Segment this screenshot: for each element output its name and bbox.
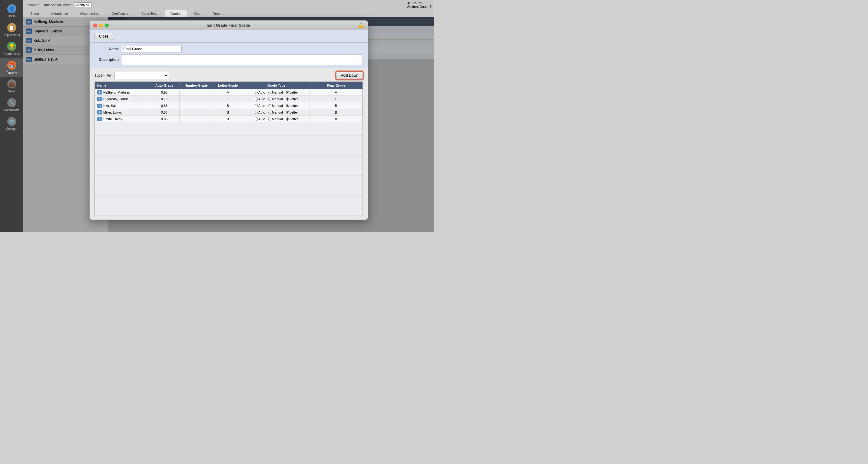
modal-action-row: Close — [90, 30, 368, 43]
cell-name: A Smith, Haley — [95, 116, 149, 122]
radio-letter[interactable]: Letter — [286, 97, 298, 101]
radio-auto[interactable]: Auto — [255, 117, 265, 121]
radio-manual[interactable]: Manual — [268, 104, 283, 107]
empty-row — [95, 149, 363, 156]
modal-close-button[interactable] — [93, 23, 97, 27]
tab-chat[interactable]: Chat — [188, 10, 206, 17]
lock-icon: 🔒 — [358, 23, 364, 28]
radio-dot-manual[interactable] — [268, 111, 271, 114]
tab-setup[interactable]: Setup — [25, 10, 45, 17]
radio-dot-auto[interactable] — [255, 118, 258, 121]
cell-letter-grade: B — [213, 102, 243, 109]
sidebar-label-contractors: Contractors — [4, 109, 20, 112]
type-filter-label: Type Filter — [94, 73, 112, 78]
radio-auto[interactable]: Auto — [255, 104, 265, 107]
empty-row — [95, 156, 363, 162]
radio-letter[interactable]: Letter — [286, 104, 298, 107]
radio-manual[interactable]: Manual — [268, 111, 283, 114]
grade-table-body: A Hallberg, Madisen 0.95 A — [95, 89, 363, 216]
radio-dot-manual[interactable] — [268, 104, 271, 107]
tab-absence-log[interactable]: Absence Log — [74, 10, 105, 17]
radio-manual[interactable]: Manual — [268, 91, 283, 94]
tab-certification[interactable]: Certification — [106, 10, 135, 17]
cell-name: A Miller, Lukas — [95, 109, 149, 115]
type-filter-select[interactable] — [115, 72, 169, 79]
radio-manual[interactable]: Manual — [268, 117, 283, 121]
a-badge: A — [97, 97, 102, 101]
radio-dot-auto[interactable] — [255, 97, 258, 100]
counts-panel: JO Count 0 Student Count 5 — [407, 1, 432, 8]
tab-grades[interactable]: Grades — [165, 10, 187, 17]
cell-grade-type: Auto Manual Letter — [243, 89, 310, 95]
sidebar-item-sales[interactable]: 💼 Sales — [0, 76, 23, 95]
radio-dot-letter[interactable] — [286, 91, 289, 94]
cell-name: A Higareda, Gabriel — [95, 96, 149, 102]
radio-dot-letter[interactable] — [286, 97, 289, 100]
name-label: Name — [94, 47, 119, 51]
radio-manual[interactable]: Manual — [268, 97, 283, 101]
cell-number-grade — [180, 116, 213, 122]
empty-row — [95, 182, 363, 189]
sidebar-label-users: Users — [7, 14, 16, 18]
sidebar-label-settings: Settings — [6, 127, 17, 130]
student-name: Miller, Lukas — [103, 111, 122, 114]
radio-auto[interactable]: Auto — [255, 111, 265, 114]
sales-icon: 💼 — [7, 79, 17, 89]
modal-maximize-button[interactable] — [105, 23, 109, 27]
radio-dot-manual[interactable] — [268, 91, 271, 94]
sidebar-label-training: Training — [6, 71, 17, 74]
radio-dot-letter[interactable] — [286, 111, 289, 114]
sidebar-item-training[interactable]: 📚 Training — [0, 58, 23, 76]
sidebar-item-applications[interactable]: 📋 Applications — [0, 20, 23, 39]
cell-grade-type: Auto Manual Letter — [243, 102, 310, 109]
col-header-name: Name — [95, 82, 149, 89]
grade-type-radio-group: Auto Manual Letter — [255, 117, 298, 121]
sidebar-item-settings[interactable]: ⚙️ Settings — [0, 114, 23, 133]
cell-final-grade: B — [310, 116, 363, 122]
student-count-row: Student Count 5 — [407, 5, 432, 8]
radio-dot-letter[interactable] — [286, 118, 289, 121]
empty-row — [95, 189, 363, 196]
student-count-label: Student Count — [407, 5, 429, 8]
modal-toolbar: Type Filter Post Down — [94, 72, 363, 79]
name-form-row: Name — [94, 46, 363, 52]
radio-dot-auto[interactable] — [255, 111, 258, 114]
radio-letter[interactable]: Letter — [286, 117, 298, 121]
a-badge: A — [97, 110, 102, 115]
tab-attendance[interactable]: Attendance — [45, 10, 74, 17]
a-badge: A — [97, 117, 102, 121]
tab-reports[interactable]: Reports — [207, 10, 230, 17]
sidebar-item-users[interactable]: 👤 Users — [0, 1, 23, 20]
main-content: Instructor TradeSchool, Tester Archived … — [23, 0, 434, 232]
col-header-auto-grade: Auto Grade — [149, 82, 180, 89]
radio-dot-auto[interactable] — [255, 91, 258, 94]
cell-letter-grade: C — [213, 96, 243, 102]
radio-auto[interactable]: Auto — [255, 91, 265, 94]
radio-dot-manual[interactable] — [268, 118, 271, 121]
sidebar: 👤 Users 📋 Applications 👷 Apprentices 📚 T… — [0, 0, 23, 232]
cell-letter-grade: B — [213, 116, 243, 122]
radio-letter[interactable]: Letter — [286, 91, 298, 94]
col-header-final-grade: Final Grade — [310, 82, 363, 89]
radio-dot-letter[interactable] — [286, 104, 289, 107]
description-input[interactable] — [121, 54, 363, 65]
settings-icon: ⚙️ — [7, 117, 17, 126]
radio-dot-manual[interactable] — [268, 97, 271, 100]
tab-class-tests[interactable]: Class Tests — [136, 10, 164, 17]
modal-minimize-button[interactable] — [99, 23, 103, 27]
grade-table: Name Auto Grade Number Grade Letter Grad… — [94, 82, 363, 216]
sidebar-item-contractors[interactable]: 🔧 Contractors — [0, 95, 23, 114]
sidebar-item-apprentices[interactable]: 👷 Apprentices — [0, 39, 23, 58]
close-button[interactable]: Close — [94, 33, 113, 40]
cell-auto-grade: 0.95 — [149, 89, 180, 95]
radio-dot-auto[interactable] — [255, 104, 258, 107]
radio-auto[interactable]: Auto — [255, 97, 265, 101]
modal-title: Edit Grade Final Grade — [208, 23, 250, 28]
name-input[interactable] — [121, 46, 182, 52]
student-name: Smith, Haley — [103, 117, 122, 121]
empty-row — [95, 122, 363, 129]
radio-letter[interactable]: Letter — [286, 111, 298, 114]
post-down-button[interactable]: Post Down — [336, 72, 363, 79]
users-icon: 👤 — [7, 4, 17, 13]
archived-badge: Archived — [74, 2, 91, 7]
